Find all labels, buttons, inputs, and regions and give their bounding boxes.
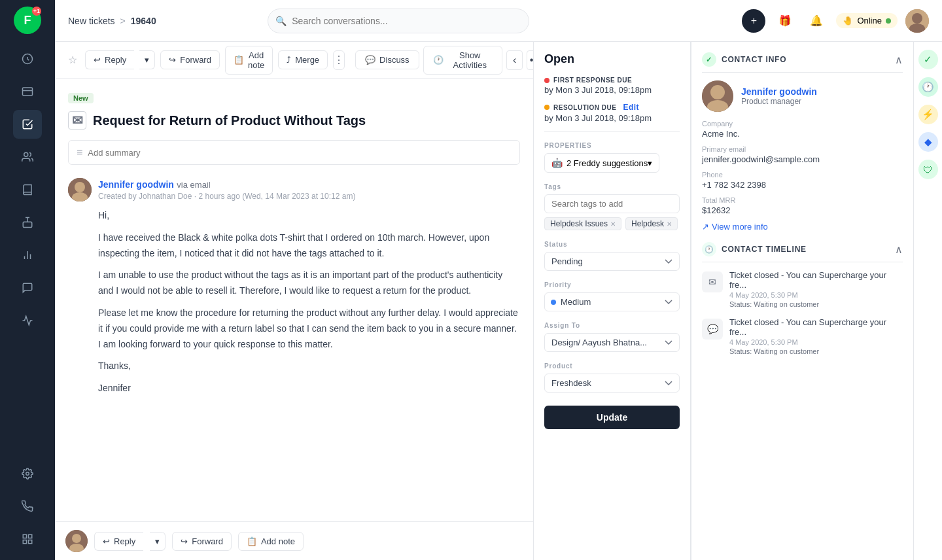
svg-rect-10 (23, 540, 26, 544)
svg-point-19 (72, 534, 81, 543)
reply-bar-add-note-button[interactable]: 📋 Add note (238, 532, 304, 551)
sidebar-item-campaigns[interactable] (13, 306, 42, 335)
contact-info-title: ✓ CONTACT INFO (702, 52, 786, 67)
update-button[interactable]: Update (544, 406, 680, 429)
reply-button[interactable]: ↩ Reply (85, 50, 134, 69)
ticket-message: Jennifer goodwin via email Created by Jo… (68, 178, 520, 396)
status-select[interactable]: Pending Open Resolved Closed (544, 252, 680, 271)
merge-icon: ⤴ (287, 55, 291, 65)
tag-2-remove[interactable]: ✕ (667, 220, 672, 228)
star-button[interactable]: ☆ (65, 51, 80, 69)
priority-select[interactable]: Medium Low High Urgent (544, 292, 680, 311)
reply-dropdown-arrow[interactable]: ▾ (139, 50, 155, 69)
priority-label: Priority (544, 281, 680, 289)
company-label: Company (702, 120, 903, 128)
sidebar-item-bots[interactable] (13, 208, 42, 237)
search-input[interactable] (268, 9, 529, 33)
tag-helpdesk-issues: Helpdesk Issues ✕ (544, 217, 621, 230)
status-badge: 🤚 Online (836, 13, 898, 28)
priority-select-wrap: Medium Low High Urgent (544, 292, 680, 311)
body-paragraph-3: Please let me know the procedure for ret… (98, 306, 520, 352)
phone-field: Phone +1 782 342 2398 (702, 171, 903, 190)
forward-icon: ↪ (169, 55, 176, 65)
summary-input[interactable] (88, 148, 512, 158)
message-meta: Jennifer goodwin via email Created by Jo… (98, 179, 520, 201)
sidebar-item-knowledge[interactable] (13, 175, 42, 204)
user-avatar[interactable] (905, 9, 929, 33)
add-button[interactable]: + (742, 9, 765, 33)
sidebar-item-inbox[interactable] (13, 77, 42, 106)
more-nav-button[interactable]: ••• (527, 50, 534, 70)
discuss-button[interactable]: 💬 Discuss (355, 50, 419, 69)
more-options-button[interactable]: ⋮ (333, 50, 345, 70)
timeline-title-text: CONTACT TIMELINE (722, 245, 807, 254)
prev-ticket-button[interactable]: ‹ (506, 50, 523, 70)
freddy-chevron: ▾ (648, 158, 652, 168)
contact-name[interactable]: Jennifer goodwin (741, 86, 817, 97)
show-activities-button[interactable]: 🕐 Show Activities (423, 46, 502, 75)
sidebar-item-dashboard[interactable] (13, 44, 42, 73)
contact-panel: ✓ CONTACT INFO ∧ Jennifer goodwin Produc… (691, 42, 913, 560)
show-activities-label: Show Activities (447, 50, 493, 70)
sidebar-item-reports[interactable] (13, 241, 42, 270)
sidebar-item-grid[interactable] (13, 525, 42, 553)
app-logo[interactable]: F +1 (14, 7, 41, 34)
message-body: Hi, I have received the Black & white po… (98, 208, 520, 396)
ticket-title-text: Request for Return of Product Without Ta… (93, 113, 366, 128)
resolution-dot (544, 105, 550, 110)
product-select[interactable]: Freshdesk (544, 374, 680, 393)
freddy-suggestions-button[interactable]: 🤖 2 Freddy suggestions ▾ (544, 153, 659, 173)
reply-bar-forward-label: Forward (192, 536, 223, 546)
assign-select[interactable]: Design/ Aayush Bhatna... (544, 333, 680, 352)
message-author[interactable]: Jennifer goodwin (98, 179, 174, 190)
reply-bar-forward-button[interactable]: ↪ Forward (172, 532, 232, 551)
tag-1-remove[interactable]: ✕ (610, 220, 616, 228)
freddy-label: 2 Freddy suggestions (567, 158, 648, 168)
reply-bar-reply-arrow[interactable]: ▾ (150, 532, 166, 551)
product-label: Product (544, 362, 680, 370)
view-more-label: View more info (712, 222, 768, 232)
reply-bar-add-note-label: Add note (261, 536, 295, 546)
sidebar-item-phone[interactable] (13, 492, 42, 521)
reply-avatar (65, 530, 88, 552)
phone-label: Phone (702, 171, 903, 179)
sidebar-item-tickets[interactable] (13, 110, 42, 139)
svg-rect-11 (29, 540, 32, 544)
email-field: Primary email jennifer.goodwinl@sample.c… (702, 145, 903, 164)
external-link-icon: ↗ (702, 222, 709, 232)
summary-icon: ≡ (77, 147, 82, 158)
add-note-button[interactable]: 📋 Add note (225, 46, 273, 75)
sidebar-item-settings[interactable] (13, 459, 42, 488)
forward-label: Forward (180, 55, 211, 65)
resolution-edit-link[interactable]: Edit (623, 103, 639, 112)
side-icon-check[interactable]: ✓ (918, 50, 938, 69)
greeting: Hi, (98, 208, 520, 224)
message-created-by: Created by Johnathan Doe · 2 hours ago (… (98, 192, 520, 201)
gift-button[interactable]: 🎁 (773, 9, 797, 33)
reply-bar-reply-button[interactable]: ↩ Reply (94, 532, 143, 551)
notifications-button[interactable]: 🔔 (805, 9, 828, 33)
contact-info-collapse[interactable]: ∧ (895, 54, 903, 66)
svg-point-7 (26, 472, 29, 476)
side-icon-warning[interactable]: ⚡ (918, 105, 938, 124)
message-channel: via email (177, 180, 210, 190)
side-icon-diamond[interactable]: ◆ (918, 132, 938, 152)
timeline-collapse[interactable]: ∧ (895, 243, 903, 256)
properties-panel: Open FIRST RESPONSE DUE by Mon 3 Jul 201… (534, 42, 691, 560)
sidebar-item-contacts[interactable] (13, 143, 42, 171)
side-icon-shield[interactable]: 🛡 (918, 160, 938, 179)
forward-button[interactable]: ↪ Forward (160, 50, 220, 69)
body-paragraph-1: I have received the Black & white polka … (98, 230, 520, 262)
sidebar-item-chat[interactable] (13, 273, 42, 302)
tags-search-input[interactable] (544, 194, 680, 213)
first-response-section: FIRST RESPONSE DUE by Mon 3 Jul 2018, 09… (544, 77, 680, 95)
contact-role: Product manager (741, 97, 817, 106)
reply-label: Reply (105, 55, 126, 65)
merge-button[interactable]: ⤴ Merge (278, 50, 328, 69)
view-more-link[interactable]: ↗ View more info (702, 222, 903, 232)
body-paragraph-2: I am unable to use the product without t… (98, 268, 520, 299)
discuss-icon: 💬 (365, 55, 375, 65)
side-icon-clock[interactable]: 🕐 (918, 77, 938, 97)
summary-box[interactable]: ≡ (68, 140, 520, 165)
breadcrumb-new-tickets[interactable]: New tickets (68, 16, 115, 26)
